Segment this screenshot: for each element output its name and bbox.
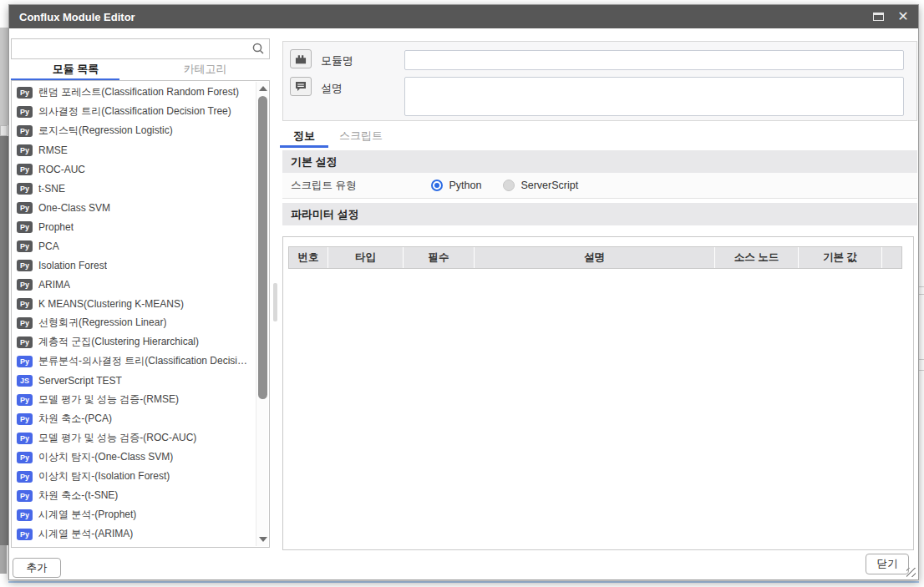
module-list-item[interactable]: Py ARIMA: [17, 275, 256, 294]
language-badge-icon: Py: [17, 548, 33, 549]
module-label: One-Class SVM: [38, 202, 110, 214]
module-label: 모델 평가 및 성능 검증-(RMSE): [38, 392, 179, 407]
language-badge-icon: JS: [17, 375, 33, 387]
background-right-tick: [919, 370, 924, 371]
scroll-up-icon[interactable]: [259, 86, 267, 91]
column-header-1[interactable]: 번호: [289, 247, 328, 268]
basic-settings-header: 기본 설정: [282, 150, 917, 173]
module-list-item[interactable]: Py 선형회귀(Regression Linear): [17, 313, 256, 332]
parameter-grid: 번호타입필수설명소스 노드기본 값: [282, 236, 914, 550]
language-badge-icon: Py: [17, 183, 33, 195]
language-badge-icon: Py: [17, 413, 33, 425]
dialog-titlebar[interactable]: Conflux Module Editor ✕: [9, 5, 918, 28]
module-list-item[interactable]: Py 로지스틱(Regression Logistic): [17, 121, 256, 140]
radio-option-python[interactable]: Python: [431, 180, 481, 191]
resize-grip[interactable]: [906, 568, 916, 577]
column-header-4[interactable]: 설명: [475, 247, 715, 268]
module-list-scrollbar[interactable]: [256, 82, 268, 546]
column-header-5[interactable]: 소스 노드: [715, 247, 799, 268]
module-list-item[interactable]: Py 의사결정 트리(Classification Decision Tree): [17, 102, 256, 121]
radio-selected-icon[interactable]: [431, 180, 443, 191]
module-list-item[interactable]: Py 이상치 탐지-(Isolation Forest): [17, 467, 256, 486]
module-search-input[interactable]: [11, 38, 270, 59]
module-list-item[interactable]: Py 분류분석-의사결정 트리(Classification Decision.…: [17, 352, 256, 371]
module-listbox: Py 랜덤 포레스트(Classification Random Forest)…: [11, 80, 270, 548]
dialog-title: Conflux Module Editor: [19, 11, 135, 23]
column-header-2[interactable]: 타입: [328, 247, 404, 268]
language-badge-icon: Py: [17, 509, 33, 521]
module-label: 이상치 탐지-(Isolation Forest): [38, 469, 170, 483]
module-list-item[interactable]: Py 차원 축소-(PCA): [17, 409, 256, 428]
module-list-item[interactable]: Py 이상치 탐지-(One-Class SVM): [17, 448, 256, 467]
scrollbar-thumb[interactable]: [258, 96, 267, 399]
module-list-item[interactable]: Py: [17, 544, 256, 548]
radio-python-label: Python: [449, 180, 481, 191]
module-label: RMSE: [38, 144, 68, 156]
language-badge-icon: Py: [17, 240, 33, 252]
language-badge-icon: Py: [17, 125, 33, 137]
module-list-item[interactable]: Py 계층적 군집(Clustering Hierarchical): [17, 332, 256, 352]
comment-bubble-icon: [295, 81, 307, 92]
module-list-item[interactable]: Py 모델 평가 및 성능 검증-(ROC-AUC): [17, 428, 256, 448]
module-label: ARIMA: [38, 279, 70, 291]
tab-category[interactable]: 카테고리: [140, 60, 270, 80]
module-label: ROC-AUC: [38, 164, 85, 175]
background-left-strip-dark: [0, 136, 8, 545]
description-icon-button[interactable]: [290, 77, 312, 96]
description-textarea[interactable]: [404, 77, 904, 116]
module-label: 모델 평가 및 성능 검증-(ROC-AUC): [38, 431, 196, 445]
restore-window-button[interactable]: [870, 8, 886, 25]
close-button[interactable]: 닫기: [866, 554, 909, 574]
module-label: ServerScript TEST: [38, 375, 122, 387]
language-badge-icon: Py: [17, 144, 33, 156]
tab-script[interactable]: 스크립트: [335, 128, 387, 146]
radio-unselected-icon[interactable]: [503, 180, 515, 191]
column-header-6[interactable]: 기본 값: [799, 247, 882, 268]
column-header-7[interactable]: [882, 247, 901, 268]
module-label: 이상치 탐지-(One-Class SVM): [38, 450, 173, 464]
module-list-item[interactable]: Py RMSE: [17, 140, 256, 159]
module-list-item[interactable]: Py ROC-AUC: [17, 159, 256, 179]
background-right-tick: [919, 359, 924, 360]
module-list-item[interactable]: Py Prophet: [17, 217, 256, 236]
module-label: 계층적 군집(Clustering Hierarchical): [38, 335, 199, 349]
module-label: 의사결정 트리(Classification Decision Tree): [38, 104, 231, 119]
script-type-label: 스크립트 유형: [291, 179, 356, 193]
module-list-item[interactable]: Py 차원 축소-(t-SNE): [17, 486, 256, 505]
module-label: Isolation Forest: [38, 260, 107, 271]
module-icon-button[interactable]: [290, 49, 312, 68]
background-left-strip-widget: [0, 125, 8, 136]
radio-option-serverscript[interactable]: ServerScript: [503, 180, 578, 191]
background-bottom-edge: [8, 581, 919, 583]
column-header-3[interactable]: 필수: [404, 247, 475, 268]
panel-splitter-handle[interactable]: [273, 283, 277, 321]
module-name-input[interactable]: [404, 50, 904, 70]
module-list-item[interactable]: Py K MEANS(Clustering K-MEANS): [17, 294, 256, 313]
left-panel-tabs: 모듈 목록 카테고리: [11, 60, 270, 80]
module-list-item[interactable]: Py 모델 평가 및 성능 검증-(RMSE): [17, 390, 256, 409]
language-badge-icon: Py: [17, 279, 33, 291]
module-label: 랜덤 포레스트(Classification Random Forest): [38, 85, 239, 99]
module-list-item[interactable]: Py 랜덤 포레스트(Classification Random Forest): [17, 83, 256, 102]
module-list-item[interactable]: Py 시계열 분석-(ARIMA): [17, 524, 256, 544]
background-left-strip-footer: [0, 545, 7, 574]
module-list-item[interactable]: Py Isolation Forest: [17, 256, 256, 275]
search-icon: [251, 42, 265, 55]
language-badge-icon: Py: [17, 433, 33, 444]
conflux-module-editor-dialog: Conflux Module Editor ✕ 모듈 목록 카테고리 Py 랜덤…: [8, 4, 919, 580]
module-list-item[interactable]: JS ServerScript TEST: [17, 371, 256, 390]
module-label: t-SNE: [38, 183, 65, 195]
close-window-button[interactable]: ✕: [895, 8, 911, 25]
module-list-item[interactable]: Py PCA: [17, 236, 256, 256]
close-icon: ✕: [897, 10, 908, 23]
module-label: 시계열 분석-(Prophet): [38, 508, 136, 522]
tab-module-list[interactable]: 모듈 목록: [11, 60, 140, 80]
tab-info[interactable]: 정보: [280, 128, 328, 146]
scroll-down-icon[interactable]: [259, 537, 267, 542]
module-list-item[interactable]: Py 시계열 분석-(Prophet): [17, 505, 256, 524]
add-button[interactable]: 추가: [13, 558, 61, 578]
module-list-item[interactable]: Py One-Class SVM: [17, 198, 256, 217]
language-badge-icon: Py: [17, 471, 33, 483]
module-list-item[interactable]: Py t-SNE: [17, 179, 256, 198]
language-badge-icon: Py: [17, 356, 33, 367]
